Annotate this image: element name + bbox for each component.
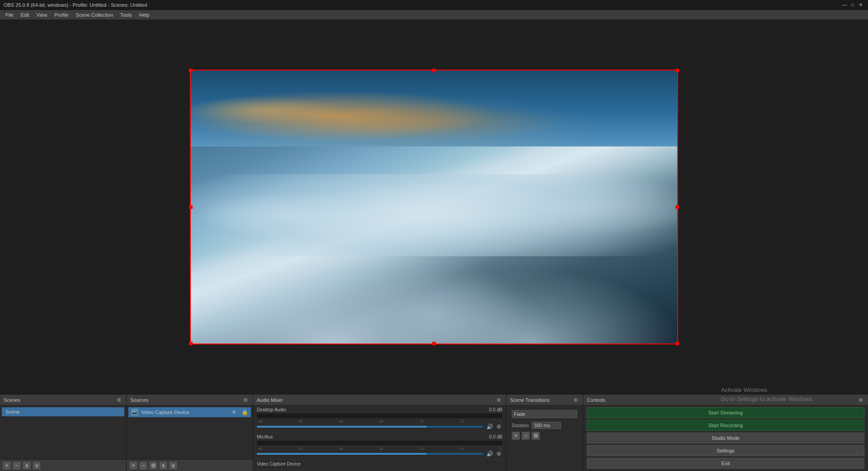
scenes-up-button[interactable]: ∧	[23, 462, 31, 470]
transition-settings-button[interactable]: ⚙	[532, 432, 540, 440]
sources-add-button[interactable]: +	[129, 462, 137, 470]
sources-settings-button[interactable]: ⚙	[149, 462, 157, 470]
preview-canvas[interactable]	[190, 70, 678, 344]
transitions-panel-header: Scene Transitions ⊞	[506, 395, 583, 405]
desktop-audio-meter	[257, 414, 502, 418]
start-streaming-button[interactable]: Start Streaming	[587, 407, 864, 418]
scenes-panel-header: Scenes ⊞	[0, 395, 126, 405]
titlebar-title: OBS 25.0.8 (64-bit, windows) - Profile: …	[4, 2, 147, 8]
sources-up-button[interactable]: ∧	[159, 462, 167, 470]
audio-panel: Audio Mixer ⊞ Desktop Audio 0.0 dB	[253, 395, 506, 471]
scenes-footer: + − ∧ ∨	[0, 459, 126, 471]
menu-edit[interactable]: Edit	[17, 10, 33, 20]
menu-view[interactable]: View	[33, 10, 51, 20]
controls-header-icons: ⊞	[857, 396, 864, 404]
transition-add-remove-row: + − ⚙	[508, 430, 581, 442]
scenes-list: Scene	[0, 405, 126, 459]
transitions-panel: Scene Transitions ⊞ Fade Cut Swipe Slide…	[506, 395, 583, 471]
desktop-audio-db: 0.0 dB	[489, 407, 502, 412]
controls-panel: Controls ⊞ Start Streaming Start Recordi…	[583, 395, 868, 471]
scenes-down-button[interactable]: ∨	[33, 462, 41, 470]
mic-audio-label: Mic/Aux	[257, 434, 273, 439]
cloud-layer	[190, 92, 678, 152]
transition-remove-button[interactable]: −	[522, 432, 530, 440]
maximize-button[interactable]: □	[849, 1, 856, 9]
source-type-icon: 📷	[131, 409, 138, 416]
sources-header-icons: ⊞	[242, 396, 249, 404]
sources-remove-button[interactable]: −	[139, 462, 147, 470]
audio-panel-title: Audio Mixer	[257, 397, 283, 403]
controls-expand-icon[interactable]: ⊞	[857, 396, 864, 404]
transitions-header-icons: ⊞	[572, 396, 579, 404]
scenes-expand-icon[interactable]: ⊞	[115, 396, 123, 404]
mic-audio-settings-button[interactable]: ⚙	[495, 450, 502, 457]
preview-area	[0, 20, 868, 394]
exit-button[interactable]: Exit	[587, 458, 864, 469]
duration-row: Duration	[508, 421, 581, 430]
settings-button[interactable]: Settings	[587, 445, 864, 456]
audio-expand-icon[interactable]: ⊞	[495, 396, 502, 404]
sources-footer: + − ⚙ ∧ ∨	[127, 459, 253, 471]
bottom-panels: Scenes ⊞ Scene + − ∧ ∨ Sources	[0, 394, 868, 471]
scenes-remove-button[interactable]: −	[13, 462, 21, 470]
minimize-button[interactable]: —	[841, 1, 848, 9]
source-item[interactable]: 📷 Video Capture Device 👁 🔒	[128, 407, 251, 417]
sources-list: 📷 Video Capture Device 👁 🔒	[127, 405, 253, 459]
scenes-panel: Scenes ⊞ Scene + − ∧ ∨	[0, 395, 127, 471]
source-lock-icon[interactable]: 🔒	[241, 409, 248, 415]
sources-expand-icon[interactable]: ⊞	[242, 396, 249, 404]
scenes-panel-title: Scenes	[4, 397, 20, 403]
mic-audio-slider[interactable]	[257, 453, 483, 455]
menu-scene-collection[interactable]: Scene Collection	[72, 10, 117, 20]
start-recording-button[interactable]: Start Recording	[587, 420, 864, 431]
menu-file[interactable]: File	[2, 10, 17, 20]
mic-audio-mute-button[interactable]: 🔊	[486, 450, 493, 457]
source-visibility-icon[interactable]: 👁	[231, 409, 237, 415]
transitions-expand-icon[interactable]: ⊞	[572, 396, 579, 404]
audio-panel-header: Audio Mixer ⊞	[253, 395, 506, 405]
transition-type-select[interactable]: Fade Cut Swipe Slide	[512, 410, 577, 418]
scene-background	[190, 70, 678, 344]
controls-panel-header: Controls ⊞	[583, 395, 868, 405]
controls-content: Start Streaming Start Recording Studio M…	[583, 405, 868, 471]
desktop-audio-ticks: -60 -50 -40 -30 -20 -10 0	[257, 419, 502, 423]
scenes-header-icons: ⊞	[115, 396, 123, 404]
studio-mode-button[interactable]: Studio Mode	[587, 433, 864, 443]
mic-audio-meter	[257, 441, 502, 445]
desktop-audio-mute-button[interactable]: 🔊	[486, 423, 493, 430]
transition-add-button[interactable]: +	[512, 432, 520, 440]
sources-down-button[interactable]: ∨	[169, 462, 177, 470]
mic-audio-db: 0.0 dB	[489, 434, 502, 439]
snow-top	[190, 174, 678, 256]
controls-panel-title: Controls	[587, 397, 605, 403]
main-content: Scenes ⊞ Scene + − ∧ ∨ Sources	[0, 20, 868, 471]
duration-input[interactable]	[532, 422, 561, 429]
scene-item[interactable]: Scene	[2, 407, 124, 416]
desktop-audio-slider[interactable]	[257, 426, 483, 428]
desktop-audio-label: Desktop Audio	[257, 407, 286, 412]
sources-panel-header: Sources ⊞	[127, 395, 253, 405]
audio-track-video-capture: Video Capture Device	[253, 460, 506, 470]
desktop-audio-settings-button[interactable]: ⚙	[495, 423, 502, 430]
window-controls: — □ ✕	[841, 1, 864, 9]
menu-profile[interactable]: Profile	[51, 10, 72, 20]
menu-tools[interactable]: Tools	[117, 10, 136, 20]
menubar: File Edit View Profile Scene Collection …	[0, 10, 868, 20]
video-capture-audio-label: Video Capture Device	[257, 462, 301, 466]
menu-help[interactable]: Help	[136, 10, 153, 20]
transitions-content: Fade Cut Swipe Slide Duration + − ⚙	[506, 405, 583, 471]
audio-track-mic: Mic/Aux 0.0 dB -60 -50 -40 -30 -20 -10	[253, 433, 506, 460]
duration-label: Duration	[512, 423, 529, 428]
sources-panel: Sources ⊞ 📷 Video Capture Device 👁 🔒 + −…	[127, 395, 253, 471]
mic-audio-ticks: -60 -50 -40 -30 -20 -10 0	[257, 447, 502, 450]
audio-tracks-container: Desktop Audio 0.0 dB -60 -50 -40 -30 -20…	[253, 405, 506, 471]
scenes-add-button[interactable]: +	[3, 462, 11, 470]
transitions-panel-title: Scene Transitions	[510, 397, 549, 403]
close-button[interactable]: ✕	[857, 1, 864, 9]
audio-track-desktop: Desktop Audio 0.0 dB -60 -50 -40 -30 -20…	[253, 405, 506, 433]
titlebar: OBS 25.0.8 (64-bit, windows) - Profile: …	[0, 0, 868, 10]
audio-header-icons: ⊞	[495, 396, 502, 404]
sources-panel-title: Sources	[130, 397, 148, 403]
